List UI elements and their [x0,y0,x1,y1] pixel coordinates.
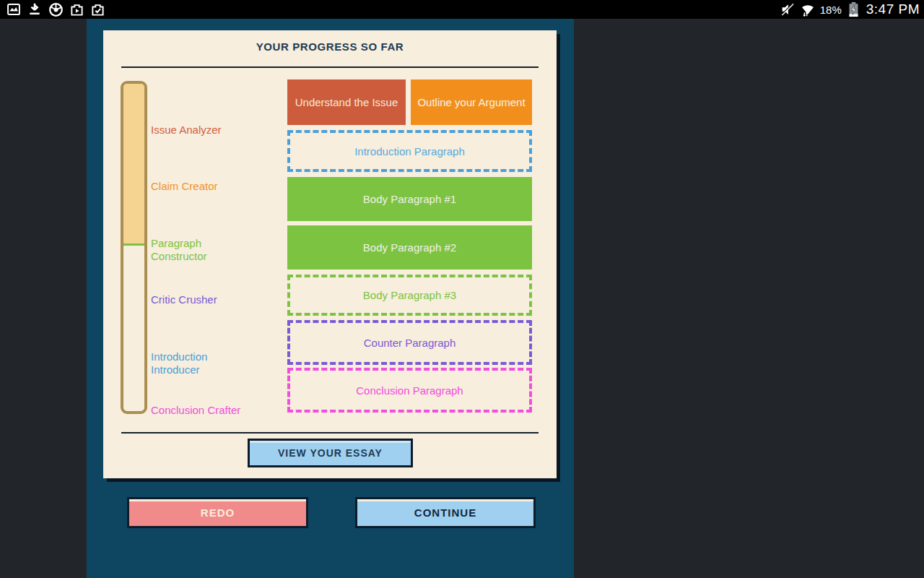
app-panel: YOUR PROGRESS SO FAR Issue Analyzer Clai… [87,19,574,578]
stage-body-paragraph-1: Body Paragraph #1 [287,177,532,221]
stage-counter-paragraph: Counter Paragraph [287,320,532,365]
progress-tick [123,243,144,246]
gallery-icon [6,1,22,17]
notification-icons [0,1,105,17]
redo-button[interactable]: REDO [127,497,308,528]
mute-icon [780,1,796,17]
stage-body-paragraph-2: Body Paragraph #2 [287,225,532,269]
progress-card: YOUR PROGRESS SO FAR Issue Analyzer Clai… [103,30,557,478]
milestone-paragraph-constructor: Paragraph Constructor [151,237,245,263]
progress-fill [123,84,144,243]
stage-outline-your-argument: Outline your Argument [411,79,532,125]
checkmark-app-icon [90,1,105,17]
page-title: YOUR PROGRESS SO FAR [103,40,557,53]
stage-introduction-paragraph: Introduction Paragraph [287,130,532,172]
view-essay-button[interactable]: VIEW YOUR ESSAY [248,439,413,467]
stage-conclusion-paragraph: Conclusion Paragraph [287,368,532,413]
battery-percent: 18% [820,4,842,16]
status-bar: 18% 3:47 PM [0,0,924,19]
wifi-icon [800,1,816,17]
divider-top [121,66,539,68]
progress-track [121,81,147,414]
milestone-critic-crusher: Critic Crusher [151,293,245,306]
stage-body-paragraph-3: Body Paragraph #3 [287,275,532,316]
milestone-issue-analyzer: Issue Analyzer [151,124,245,137]
divider-bottom [121,432,539,434]
continue-button[interactable]: CONTINUE [355,497,536,528]
milestone-introduction-introducer: Introduction Introducer [151,350,245,376]
download-icon [27,1,43,17]
stage-understand-the-issue: Understand the Issue [287,79,406,125]
stage-list: Understand the Issue Outline your Argume… [287,79,532,413]
milestone-conclusion-crafter: Conclusion Crafter [151,404,245,417]
battery-icon [846,1,862,17]
milestone-claim-creator: Claim Creator [151,180,245,193]
clock: 3:47 PM [866,1,920,17]
play-store-icon [69,1,84,17]
chrome-icon [48,1,64,17]
